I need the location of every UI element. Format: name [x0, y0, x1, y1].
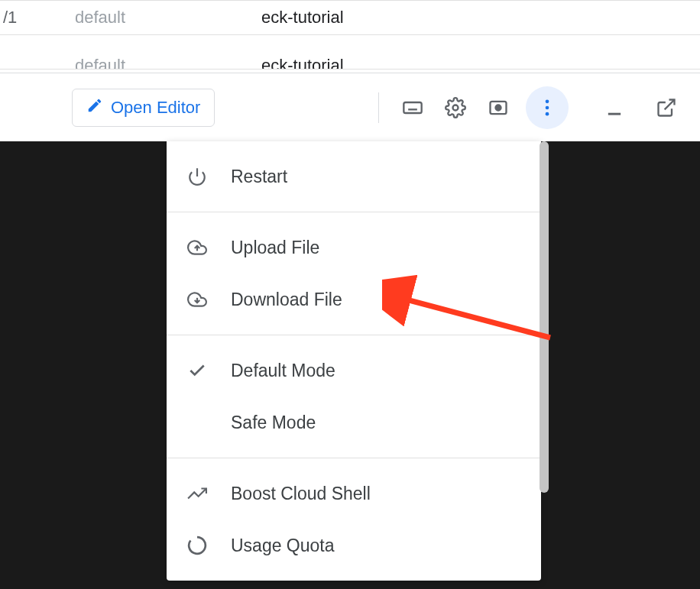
menu-item-label: Safe Mode	[231, 413, 316, 433]
menu-item-upload[interactable]: Upload File	[167, 222, 541, 273]
more-options-icon[interactable]	[526, 86, 569, 129]
svg-line-13	[665, 99, 675, 109]
cloud-upload-icon	[185, 235, 209, 260]
svg-point-11	[546, 112, 549, 115]
toolbar-divider	[378, 92, 379, 123]
menu-scrollbar[interactable]	[540, 141, 549, 493]
menu-item-boost[interactable]: Boost Cloud Shell	[167, 468, 541, 519]
table-row[interactable]: default eck-tutorial	[0, 35, 700, 70]
power-icon	[185, 164, 209, 189]
svg-point-6	[453, 105, 459, 110]
menu-item-label: Default Mode	[231, 361, 335, 381]
trending-up-icon	[185, 481, 209, 506]
menu-item-label: Upload File	[231, 238, 319, 258]
svg-point-9	[546, 99, 549, 103]
open-editor-button[interactable]: Open Editor	[72, 89, 215, 127]
menu-item-download[interactable]: Download File	[167, 273, 541, 325]
cell-name: eck-tutorial	[261, 35, 344, 70]
svg-point-10	[546, 105, 549, 109]
menu-item-usage-quota[interactable]: Usage Quota	[167, 519, 541, 571]
cell-path: /1	[3, 8, 75, 28]
blank-icon	[185, 410, 209, 435]
toolbar-left: Open Editor	[0, 89, 366, 127]
menu-item-label: Download File	[231, 290, 342, 310]
cell-name: eck-tutorial	[261, 8, 344, 28]
gear-icon[interactable]	[434, 86, 477, 129]
menu-item-safe-mode[interactable]: Safe Mode	[167, 396, 541, 448]
more-options-menu: Restart Upload File Download File Defaul…	[167, 141, 541, 581]
pencil-icon	[86, 97, 103, 118]
keyboard-icon[interactable]	[391, 86, 434, 129]
menu-item-restart[interactable]: Restart	[167, 150, 541, 202]
svg-rect-0	[403, 102, 421, 113]
minimize-icon[interactable]	[593, 86, 636, 129]
table-area: /1 default eck-tutorial default eck-tuto…	[0, 0, 700, 70]
menu-item-label: Boost Cloud Shell	[231, 484, 371, 504]
svg-point-8	[496, 105, 501, 110]
table-row[interactable]: /1 default eck-tutorial	[0, 0, 700, 35]
check-icon	[185, 358, 209, 383]
toolbar-right	[366, 86, 700, 129]
cell-namespace: default	[75, 35, 261, 70]
menu-item-default-mode[interactable]: Default Mode	[167, 345, 541, 396]
cell-namespace: default	[75, 8, 261, 28]
menu-item-label: Restart	[231, 167, 287, 187]
cloud-shell-toolbar: Open Editor	[0, 73, 700, 141]
quota-icon	[185, 533, 209, 558]
web-preview-icon[interactable]	[477, 86, 520, 129]
menu-item-label: Usage Quota	[231, 536, 335, 556]
open-new-window-icon[interactable]	[645, 86, 688, 129]
cloud-download-icon	[185, 287, 209, 312]
open-editor-label: Open Editor	[111, 98, 200, 118]
